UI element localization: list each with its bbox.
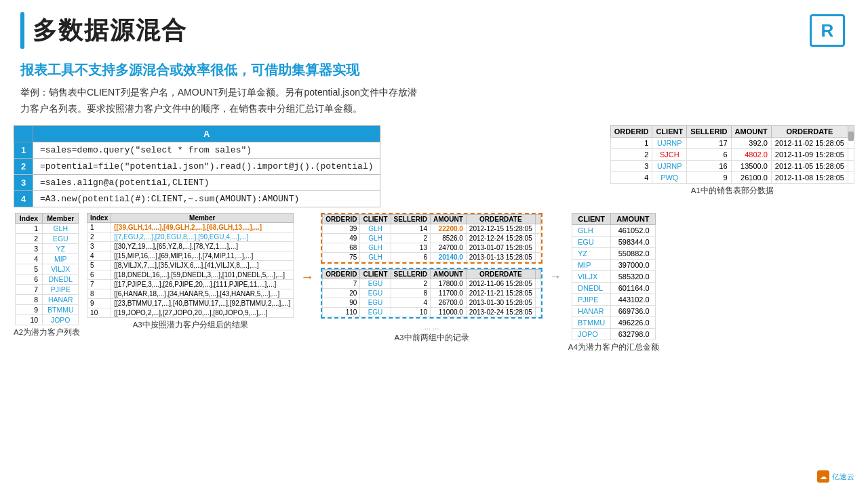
a4-section: CLIENT AMOUNT GLH461052.0 EGU598344.0 YZ…	[568, 213, 659, 352]
a4-row-7: PJIPE443102.0	[572, 293, 655, 305]
formula-cell-2: =potential=file("potential.json").read()…	[33, 158, 380, 174]
a3-preview-area: ORDERID CLIENT SELLERID AMOUNT ORDERDATE…	[321, 213, 542, 331]
formula-cell-3: =sales.align@a(potential,CLIENT)	[33, 174, 380, 190]
a3-section: Index Member 1 [[39,GLH,14,...],[49,GLH,…	[87, 213, 294, 330]
a4-row-6: DNEDL601164.0	[572, 282, 655, 293]
header: 多数据源混合 R	[0, 0, 868, 56]
a4-th-client: CLIENT	[572, 213, 610, 224]
formula-cell-4: =A3.new(potential(#):CLIENT,~.sum(AMOUNT…	[33, 190, 380, 207]
formula-table: A 1 =sales=demo.query("select * from sal…	[14, 125, 380, 207]
formula-row-num-3: 3	[14, 174, 33, 190]
formula-cell-1: =sales=demo.query("select * from sales")	[33, 142, 380, 158]
prev2-row4: 110EGU1011000.02013-02-24 15:28:05	[323, 307, 540, 317]
a4-row-3: YZ550882.0	[572, 247, 655, 259]
desc-line1: 举例：销售表中CLIENT列是客户名，AMOUNT列是订单金额。另有potent…	[20, 87, 417, 98]
a3-preview-caption: A3中前两组中的记录	[394, 333, 469, 343]
formula-row-1: 1 =sales=demo.query("select * from sales…	[14, 142, 380, 158]
logo-icon: R	[810, 14, 845, 47]
a3-group-row-1: 1 [[39,GLH,14,...],[49,GLH,2,...],[68,GL…	[87, 222, 294, 232]
prev1-row4: 75GLH620140.02013-01-13 15:28:05	[323, 252, 540, 262]
desc-line2: 力客户名列表。要求按照潜力客户文件中的顺序，在销售表中分组汇总订单金额。	[20, 103, 362, 114]
a3-group-row-8: 8[[6,HANAR,18,...],[34,HANAR,5,...],[43,…	[87, 289, 294, 298]
a4-row-10: JOPO632798.0	[572, 328, 655, 340]
a4-row-5: VILJX585320.0	[572, 270, 655, 282]
sales-th-sellerid: SELLERID	[687, 125, 731, 137]
a3-group-row-7: 7[[17,PJIPE,3,...],[26,PJIPE,20,...],[11…	[87, 279, 294, 289]
sales-table: ORDERID CLIENT SELLERID AMOUNT ORDERDATE	[610, 125, 854, 184]
a2-row-7: 7PJIPE	[15, 284, 79, 294]
brand-name: 亿速云	[832, 472, 854, 482]
prev1-row1: 39GLH1422200.02012-12-15 15:28:05	[323, 224, 540, 233]
prev1-row3: 68GLH1324700.02013-01-07 15:28:05	[323, 243, 540, 252]
bottom-section: Index Member 1GLH 2EGU 3YZ 4MIP 5VILJX 6…	[0, 209, 868, 355]
a2-row-10: 10JOPO	[15, 314, 79, 325]
branding-area: ☁ 亿速云	[817, 470, 854, 483]
formula-section: A 1 =sales=demo.query("select * from sal…	[14, 125, 380, 207]
a3-preview-section: ORDERID CLIENT SELLERID AMOUNT ORDERDATE…	[321, 213, 542, 343]
a4-th-amount: AMOUNT	[611, 213, 655, 224]
a3-preview2-border: ORDERID CLIENT SELLERID AMOUNT ORDERDATE…	[321, 268, 542, 319]
a4-row-8: HANAR669736.0	[572, 305, 655, 317]
formula-col-empty	[14, 125, 33, 142]
sales-scroll-wrapper: ORDERID CLIENT SELLERID AMOUNT ORDERDATE	[610, 125, 854, 184]
main-content: A 1 =sales=demo.query("select * from sal…	[0, 123, 868, 207]
prev2-row1: 7EGU217800.02012-11-06 15:28:05	[323, 279, 540, 288]
logo-area: R	[807, 12, 848, 49]
page-title: 多数据源混合	[33, 14, 187, 47]
a4-row-4: MIP397000.0	[572, 259, 655, 270]
a3-preview-table-1: ORDERID CLIENT SELLERID AMOUNT ORDERDATE…	[322, 214, 540, 262]
a2-row-2: 2EGU	[15, 233, 79, 243]
a2-caption: A2为潜力客户列表	[14, 327, 80, 338]
prev2-row2: 20EGU811700.02012-11-21 15:28:05	[323, 288, 540, 298]
description: 举例：销售表中CLIENT列是客户名，AMOUNT列是订单金额。另有potent…	[0, 82, 868, 123]
prev1-row2: 49GLH28526.02012-12-24 15:28:05	[323, 233, 540, 243]
a4-caption: A4为潜力客户的汇总金额	[568, 342, 659, 352]
a2-th-member: Member	[43, 213, 79, 223]
formula-row-3: 3 =sales.align@a(potential,CLIENT)	[14, 174, 380, 190]
prev2-row3: 90EGU426700.02013-01-30 15:28:05	[323, 298, 540, 307]
a3-group-row-9: 9[[23,BTMMU,17,...],[40,BTMMU,17,...],[9…	[87, 298, 294, 308]
a3-preview1-border: ORDERID CLIENT SELLERID AMOUNT ORDERDATE…	[321, 213, 542, 264]
sales-row-2: 2 SJCH 6 4802.0 2012-11-09 15:28:05	[610, 148, 854, 160]
a2-table: Index Member 1GLH 2EGU 3YZ 4MIP 5VILJX 6…	[15, 213, 79, 325]
title-accent	[20, 12, 24, 49]
a2-row-4: 4MIP	[15, 253, 79, 264]
a3-group-row-2: 2 [[7,EGU,2,...],[20,EGU,8,...],[90,EGU,…	[87, 232, 294, 241]
subtitle: 报表工具不支持多源混合或效率很低，可借助集算器实现	[0, 56, 868, 82]
a3-group-row-4: 4[[15,MIP,16,...],[69,MIP,16,...],[74,MI…	[87, 251, 294, 260]
arrow-to-preview: →	[300, 269, 314, 285]
a3-th-member: Member	[111, 213, 294, 222]
a3-group-row-6: 6[[18,DNEDL,16,...],[59,DNEDL,3,...],[10…	[87, 270, 294, 279]
a2-th-index: Index	[15, 213, 42, 223]
a2-row-9: 9BTMMU	[15, 304, 79, 314]
brand-icon: ☁	[817, 470, 829, 483]
a2-section: Index Member 1GLH 2EGU 3YZ 4MIP 5VILJX 6…	[14, 213, 80, 338]
formula-row-num-4: 4	[14, 190, 33, 207]
sales-row-1: 1 UJRNP 17 392.0 2012-11-02 15:28:05	[610, 137, 854, 148]
sales-table-section: ORDERID CLIENT SELLERID AMOUNT ORDERDATE	[610, 125, 854, 196]
sales-th-amount: AMOUNT	[731, 125, 771, 137]
formula-row-num-1: 1	[14, 142, 33, 158]
sales-row-4: 4 PWQ 9 26100.0 2012-11-08 15:28:05	[610, 171, 854, 183]
formula-row-2: 2 =potential=file("potential.json").read…	[14, 158, 380, 174]
a3-caption: A3中按照潜力客户分组后的结果	[133, 320, 248, 330]
a3-group-row-10: 10[[19,JOPO,2,...],[27,JOPO,20,...],[80,…	[87, 308, 294, 317]
sales-th-orderdate: ORDERDATE	[771, 125, 848, 137]
a4-table: CLIENT AMOUNT GLH461052.0 EGU598344.0 YZ…	[572, 213, 656, 340]
sales-caption: A1中的销售表部分数据	[691, 186, 774, 196]
a3-group-row-5: 5[[8,VILJX,7,...],[35,VILJX,6,...],[41,V…	[87, 260, 294, 270]
arrow-to-a4: →	[549, 270, 561, 284]
sales-th-client: CLIENT	[652, 125, 687, 137]
a4-row-9: BTMMU496226.0	[572, 317, 655, 328]
a2-row-1: 1GLH	[15, 223, 79, 233]
a2-row-5: 5VILJX	[15, 264, 79, 274]
a4-row-1: GLH461052.0	[572, 224, 655, 236]
formula-row-4: 4 =A3.new(potential(#):CLIENT,~.sum(AMOU…	[14, 190, 380, 207]
a3-grouped-table: Index Member 1 [[39,GLH,14,...],[49,GLH,…	[87, 213, 294, 318]
title-bar: 多数据源混合	[20, 12, 187, 49]
sales-th-orderid: ORDERID	[610, 125, 652, 137]
a3-th-index: Index	[87, 213, 111, 222]
formula-col-header: A	[33, 125, 380, 142]
ellipsis-label: ... ...	[321, 323, 542, 331]
scroll-col	[848, 125, 854, 137]
